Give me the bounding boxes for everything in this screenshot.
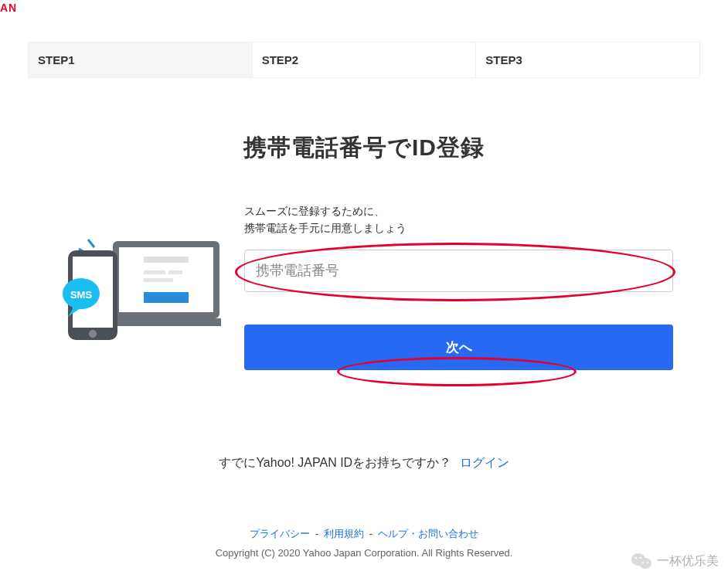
svg-point-13 bbox=[89, 330, 97, 338]
svg-point-20 bbox=[647, 562, 648, 563]
svg-rect-7 bbox=[144, 270, 165, 274]
step-progress-bar: STEP1 STEP2 STEP3 bbox=[28, 42, 700, 78]
separator: - bbox=[315, 528, 318, 539]
terms-link[interactable]: 利用規約 bbox=[324, 528, 364, 539]
watermark-text: 一杯优乐美 bbox=[657, 553, 719, 570]
svg-point-18 bbox=[640, 557, 642, 559]
instruction-text: スムーズに登録するために、 携帯電話を手元に用意しましょう bbox=[244, 202, 673, 237]
svg-rect-6 bbox=[144, 257, 189, 263]
logo-fragment: AN bbox=[0, 2, 17, 14]
footer-links: プライバシー - 利用規約 - ヘルプ・お問い合わせ bbox=[0, 527, 728, 541]
separator: - bbox=[369, 528, 373, 539]
svg-point-16 bbox=[639, 558, 651, 569]
instruction-line2: 携帯電話を手元に用意しましょう bbox=[244, 222, 407, 234]
phone-number-input[interactable] bbox=[244, 250, 673, 292]
step-3: STEP3 bbox=[476, 42, 699, 77]
already-text: すでにYahoo! JAPAN IDをお持ちですか？ bbox=[219, 456, 451, 469]
page-title: 携帯電話番号でID登録 bbox=[0, 132, 728, 164]
svg-rect-10 bbox=[144, 292, 189, 303]
next-button[interactable]: 次へ bbox=[244, 325, 673, 370]
svg-rect-5 bbox=[105, 318, 221, 326]
step-2: STEP2 bbox=[253, 42, 477, 77]
help-link[interactable]: ヘルプ・お問い合わせ bbox=[378, 528, 478, 539]
login-link[interactable]: ログイン bbox=[460, 456, 509, 469]
form-area: SMS スムーズに登録するために、 携帯電話を手元に用意しましょう 次へ bbox=[0, 202, 728, 370]
svg-point-17 bbox=[635, 557, 638, 559]
main-content: 携帯電話番号でID登録 bbox=[0, 132, 728, 559]
svg-rect-8 bbox=[168, 270, 182, 274]
privacy-link[interactable]: プライバシー bbox=[250, 528, 310, 539]
svg-point-19 bbox=[642, 562, 644, 563]
already-have-id-section: すでにYahoo! JAPAN IDをお持ちですか？ ログイン bbox=[0, 455, 728, 471]
sms-icon-label: SMS bbox=[70, 289, 93, 301]
step-1: STEP1 bbox=[29, 42, 253, 77]
copyright-text: Copyright (C) 2020 Yahoo Japan Corporati… bbox=[0, 547, 728, 559]
svg-rect-9 bbox=[144, 278, 173, 282]
sms-illustration: SMS bbox=[28, 209, 221, 351]
instruction-line1: スムーズに登録するために、 bbox=[244, 205, 385, 217]
footer: プライバシー - 利用規約 - ヘルプ・お問い合わせ Copyright (C)… bbox=[0, 527, 728, 559]
wechat-icon bbox=[631, 552, 652, 570]
watermark: 一杯优乐美 bbox=[631, 552, 719, 570]
form-right: スムーズに登録するために、 携帯電話を手元に用意しましょう 次へ bbox=[244, 202, 673, 370]
svg-line-0 bbox=[88, 240, 94, 247]
